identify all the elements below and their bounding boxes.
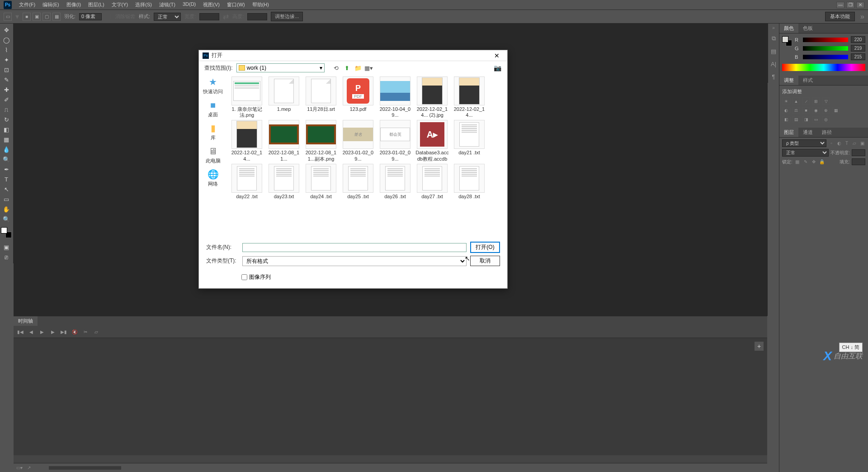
menu-item[interactable]: 选择(S) bbox=[132, 0, 156, 9]
open-button[interactable]: 打开(O) bbox=[470, 242, 500, 253]
channel-mixer-icon[interactable]: ⊕ bbox=[822, 107, 830, 114]
sequence-checkbox[interactable]: 图像序列 bbox=[241, 273, 500, 281]
file-item[interactable]: 2022-10-04_09... bbox=[377, 76, 413, 118]
status-arrow[interactable]: ↗ bbox=[27, 465, 31, 470]
file-item[interactable]: 签名2023-01-02_09... bbox=[340, 120, 376, 162]
posterize-icon[interactable]: ▤ bbox=[792, 116, 800, 123]
filter-pixel-icon[interactable]: ▫ bbox=[828, 140, 835, 147]
feather-input[interactable] bbox=[79, 13, 102, 20]
filetype-select[interactable]: 所有格式 bbox=[242, 256, 467, 266]
exposure-icon[interactable]: ⊞ bbox=[812, 98, 820, 105]
b-value[interactable] bbox=[851, 53, 865, 60]
menu-item[interactable]: 文字(Y) bbox=[108, 0, 132, 9]
path-dropdown[interactable]: work (1) ▾ bbox=[236, 63, 325, 72]
timeline-prev-button[interactable]: ◀ bbox=[27, 329, 35, 335]
path-tool[interactable]: ↖ bbox=[1, 185, 12, 194]
timeline-last-button[interactable]: ▶▮ bbox=[60, 329, 68, 335]
magic-wand-tool[interactable]: ✦ bbox=[1, 55, 12, 64]
selection-new-icon[interactable]: ■ bbox=[23, 13, 31, 21]
file-item[interactable]: day27 .txt bbox=[414, 164, 450, 200]
file-item[interactable]: 2022-12-02_14... bbox=[451, 76, 487, 118]
gradient-tool[interactable]: ▦ bbox=[1, 135, 12, 144]
refine-edge-button[interactable]: 调整边缘... bbox=[271, 12, 303, 21]
history-panel-icon[interactable]: ⧉ bbox=[769, 34, 778, 43]
selective-icon[interactable]: ◎ bbox=[822, 116, 830, 123]
timeline-transition-button[interactable]: ▱ bbox=[92, 329, 100, 335]
foreground-color[interactable] bbox=[1, 227, 7, 234]
file-item[interactable]: day25 .txt bbox=[340, 164, 376, 200]
styles-tab[interactable]: 样式 bbox=[798, 76, 817, 85]
dodge-tool[interactable]: 🔍 bbox=[1, 155, 12, 164]
menu-item[interactable]: 图层(L) bbox=[85, 0, 108, 9]
blend-mode-select[interactable]: 正常 bbox=[782, 149, 829, 157]
lookup-icon[interactable]: ▦ bbox=[832, 107, 840, 114]
timeline-mute-button[interactable]: 🔇 bbox=[71, 329, 79, 335]
filter-smart-icon[interactable]: ▣ bbox=[859, 140, 865, 147]
character-panel-icon[interactable]: A| bbox=[769, 59, 778, 68]
layer-filter-select[interactable]: ρ 类型 bbox=[782, 139, 826, 147]
file-item[interactable]: 2022-12-08_11... bbox=[266, 120, 302, 162]
gradient-map-icon[interactable]: ▭ bbox=[812, 116, 820, 123]
b-slider[interactable] bbox=[803, 55, 848, 59]
timeline-play-button[interactable]: ▶ bbox=[38, 329, 46, 335]
menu-item[interactable]: 编辑(E) bbox=[39, 0, 63, 9]
blur-tool[interactable]: 💧 bbox=[1, 145, 12, 154]
history-brush-tool[interactable]: ↻ bbox=[1, 115, 12, 124]
menu-item[interactable]: 图像(I) bbox=[63, 0, 85, 9]
file-item[interactable]: 1.mep bbox=[266, 76, 302, 118]
menu-item[interactable]: 滤镜(T) bbox=[156, 0, 179, 9]
zoom-display[interactable]: ▭▾ bbox=[16, 465, 23, 470]
filename-input[interactable] bbox=[242, 243, 467, 252]
file-item[interactable]: PPDF123.pdf bbox=[340, 76, 376, 118]
new-folder-icon[interactable]: 📁 bbox=[354, 63, 363, 72]
zoom-tool[interactable]: 🔍 bbox=[1, 215, 12, 224]
menu-item[interactable]: 文件(F) bbox=[15, 0, 39, 9]
channels-tab[interactable]: 通道 bbox=[798, 128, 817, 137]
lasso-tool[interactable]: ⌇ bbox=[1, 45, 12, 54]
cancel-button[interactable]: 取消 bbox=[470, 256, 500, 266]
opacity-input[interactable] bbox=[852, 149, 865, 156]
marquee-tool[interactable]: ◯ bbox=[1, 35, 12, 44]
type-tool[interactable]: T bbox=[1, 175, 12, 184]
dialog-close-button[interactable]: ✕ bbox=[490, 51, 504, 61]
bw-icon[interactable]: ■ bbox=[802, 107, 810, 114]
menu-item[interactable]: 3D(D) bbox=[179, 0, 199, 9]
pen-tool[interactable]: ✒ bbox=[1, 165, 12, 174]
balance-icon[interactable]: ⚖ bbox=[792, 107, 800, 114]
filter-shape-icon[interactable]: ▱ bbox=[851, 140, 858, 147]
lock-all-icon[interactable]: 🔒 bbox=[819, 159, 825, 165]
lock-trans-icon[interactable]: ▦ bbox=[794, 159, 801, 165]
file-item[interactable]: 都会英2023-01-02_09... bbox=[377, 120, 413, 162]
file-item[interactable]: 2022-12-08_11...副本.png bbox=[303, 120, 339, 162]
curves-icon[interactable]: ⟋ bbox=[802, 98, 810, 105]
paragraph-panel-icon[interactable]: ¶ bbox=[769, 72, 778, 81]
color-picker[interactable] bbox=[1, 227, 12, 238]
threshold-icon[interactable]: ◨ bbox=[802, 116, 810, 123]
timeline-add-button[interactable]: + bbox=[755, 342, 764, 351]
sidebar-item[interactable]: 🌐网络 bbox=[207, 169, 219, 187]
g-slider[interactable] bbox=[803, 46, 848, 51]
file-item[interactable]: 11月28日.srt bbox=[303, 76, 339, 118]
swatches-tab[interactable]: 色板 bbox=[798, 24, 817, 33]
crop-tool[interactable]: ⊡ bbox=[1, 65, 12, 74]
quickmask-tool[interactable]: ▣ bbox=[1, 243, 12, 252]
sidebar-item[interactable]: ★快速访问 bbox=[203, 76, 223, 95]
timeline-first-button[interactable]: ▮◀ bbox=[16, 329, 24, 335]
healing-tool[interactable]: ✚ bbox=[1, 85, 12, 94]
file-item[interactable]: 1. 康奈尔笔记法.png bbox=[229, 76, 265, 118]
lock-pixel-icon[interactable]: ✎ bbox=[802, 159, 809, 165]
camera-icon[interactable]: 📷 bbox=[493, 63, 502, 72]
marquee-tool-icon[interactable]: ▭ bbox=[4, 13, 12, 21]
eraser-tool[interactable]: ◧ bbox=[1, 125, 12, 134]
file-item[interactable]: 2022-12-02_14... bbox=[229, 120, 265, 162]
selection-intersect-icon[interactable]: ▦ bbox=[52, 13, 61, 21]
back-icon[interactable]: ⟲ bbox=[332, 63, 341, 72]
move-tool[interactable]: ✥ bbox=[1, 25, 12, 34]
file-item[interactable]: day26 .txt bbox=[377, 164, 413, 200]
paths-tab[interactable]: 路径 bbox=[817, 128, 836, 137]
menu-item[interactable]: 视图(V) bbox=[199, 0, 223, 9]
screenmode-tool[interactable]: ⎚ bbox=[1, 253, 12, 262]
minimize-button[interactable]: — bbox=[836, 2, 844, 8]
lock-pos-icon[interactable]: ✥ bbox=[811, 159, 817, 165]
r-value[interactable] bbox=[851, 36, 865, 43]
